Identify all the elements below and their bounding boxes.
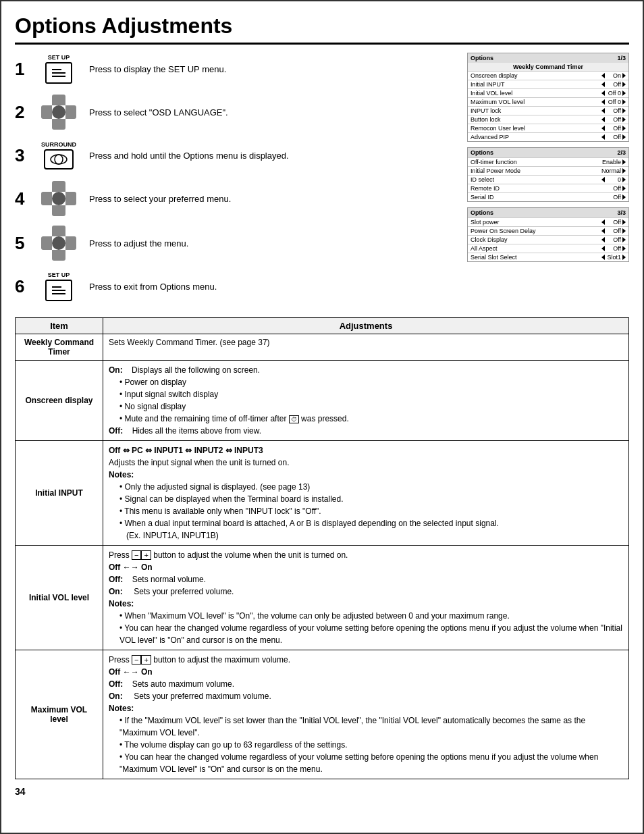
step-label-surround: SURROUND [41,141,76,148]
panel-3-row-1: Power On Screen Delay Off [468,226,628,235]
arrow-left-icon [601,134,605,140]
table-row: Weekly Command Timer Sets Weekly Command… [16,334,629,361]
step-text-5: Press to adjust the menu. [82,238,460,249]
dpad-center-btn [52,105,65,119]
panel-3-row-4: Serial Slot Select Slot1 [468,253,628,261]
step-number-3: 3 [15,145,35,166]
table-row: Onscreen display On: Displays all the fo… [16,361,629,441]
col-adjustment-header: Adjustments [103,318,629,334]
setup-icon-6 [45,280,72,301]
step-number-1: 1 [15,59,35,80]
panel-1-row-3: Maximum VOL level Off 0 [468,97,628,106]
dpad-center-btn-4 [52,192,65,205]
setup-icon-1 [45,62,72,84]
setup-line [52,69,61,70]
dpad-left-arrow-5 [43,252,47,259]
step-icon-1: SET UP [35,54,82,84]
arrow-right-icon [622,134,626,140]
step-4: 4 [15,181,460,216]
adj-initial-input: Off ⇔ PC ⇔ INPUT1 ⇔ INPUT2 ⇔ INPUT3 Adju… [103,441,629,546]
panel-1-row-7: Advanced PIP Off [468,132,628,141]
arrow-right-icon [622,117,626,122]
table-row: Initial INPUT Off ⇔ PC ⇔ INPUT1 ⇔ INPUT2… [16,441,629,546]
panel-2-row-3: Remote ID Off [468,184,628,192]
svg-point-0 [51,155,67,164]
panel-2-row-2: ID select 0 [468,175,628,184]
panel-1-page: 1/3 [617,55,626,61]
step-5: 5 [15,226,460,261]
setup-line [52,76,65,77]
dpad-up-arrow [68,97,74,101]
setup-line-6c [52,293,65,294]
step-text-6: Press to exit from Options menu. [82,282,460,292]
setup-lines-1 [52,69,65,77]
col-item-header: Item [16,318,103,334]
dpad-left-4 [41,192,52,205]
panel-3-title: Options [471,209,493,216]
arrow-right-icon [622,228,626,234]
arrow-left-icon [601,219,605,225]
panel-1-header: Options 1/3 [468,53,628,63]
setup-line-6b [52,290,65,291]
arrow-left-icon [601,126,605,131]
arrow-right-icon [622,159,626,165]
options-panel-2: Options 2/3 Off-timer function Enable In… [467,147,629,202]
panel-1-row-5: Button lock Off [468,115,628,124]
steps-column: 1 SET UP Press to display the SET UP men… [15,53,460,312]
arrow-right-icon [622,194,626,200]
step-icon-6: SET UP [35,271,82,301]
step-2: 2 [15,95,460,130]
panel-1-title: Options [471,55,493,61]
item-weekly-command-timer: Weekly Command Timer [16,334,103,361]
setup-line [52,72,65,74]
item-initial-input: Initial INPUT [16,441,103,546]
options-panels: Options 1/3 Weekly Command Timer Onscree… [467,53,629,312]
table-header-row: Item Adjustments [16,318,629,334]
arrow-right-icon [622,82,626,87]
panel-2-page: 2/3 [617,149,626,156]
options-panel-1: Options 1/3 Weekly Command Timer Onscree… [467,53,629,142]
arrow-right-icon [622,108,626,113]
adj-initial-vol-level: Press −+ button to adjust the volume whe… [103,546,629,650]
step-icon-3: SURROUND [35,141,82,170]
item-onscreen-display: Onscreen display [16,361,103,441]
panel-3-row-0: Slot power Off [468,217,628,226]
step-label-setup-6: SET UP [48,271,70,278]
arrow-left-icon [601,117,605,122]
panel-1-weekly: Weekly Command Timer [468,63,628,71]
dpad-down-5 [52,250,65,261]
page-container: Options Adjustments 1 SET UP Pr [0,0,644,834]
arrow-right-icon [622,177,626,182]
setup-lines-6 [52,286,65,294]
arrow-right-icon [622,126,626,131]
panel-3-page: 3/3 [617,209,626,216]
step-text-3: Press and hold until the Options menu is… [82,151,460,161]
panel-2-row-1: Initial Power Mode Normal [468,166,628,175]
svg-point-1 [55,155,63,164]
panel-1-row-4: INPUT lock Off [468,106,628,115]
dpad-icon-2 [41,95,76,130]
main-table: Item Adjustments Weekly Command Timer Se… [15,317,629,779]
step-1: 1 SET UP Press to display the SET UP men… [15,53,460,85]
panel-2-header: Options 2/3 [468,148,628,157]
arrow-left-icon [601,255,605,260]
dpad-center-btn-5 [52,236,65,250]
top-section: 1 SET UP Press to display the SET UP men… [15,53,629,312]
item-initial-vol-level: Initial VOL level [16,546,103,650]
arrow-right-icon [622,73,626,78]
setup-line-6a [52,286,61,288]
step-number-4: 4 [15,188,35,209]
dpad-up [52,95,65,105]
dpad-right [65,105,76,119]
step-text-4: Press to select your preferred menu. [82,194,460,204]
panel-1-row-1: Initial INPUT Off [468,80,628,88]
surround-svg [49,153,68,165]
arrow-right-icon [622,255,626,260]
step-icon-4 [35,181,82,216]
dpad-down [52,119,65,130]
dpad-icon-5 [41,226,76,261]
panel-3-header: Options 3/3 [468,208,628,217]
panel-3-row-3: All Aspect Off [468,244,628,253]
step-icon-2 [35,95,82,130]
dpad-right-arrow [71,121,75,128]
